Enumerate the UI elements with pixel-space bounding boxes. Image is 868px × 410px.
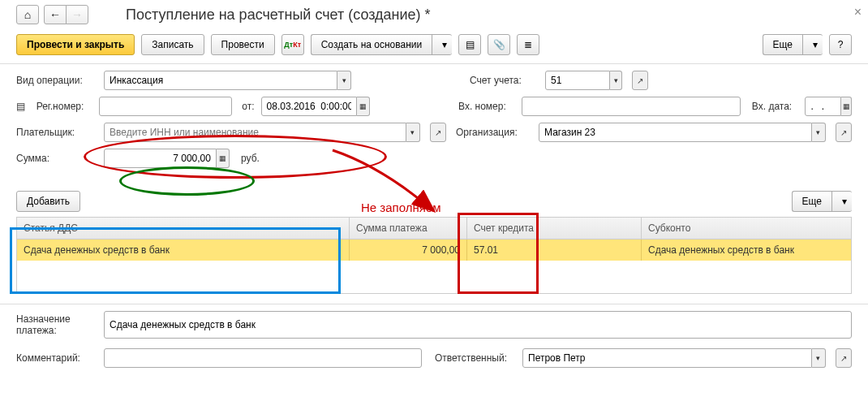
calculator-icon[interactable]: ▦ [217, 149, 230, 168]
responsible-input[interactable] [522, 348, 812, 368]
page-title: Поступление на расчетный счет (создание)… [126, 6, 431, 24]
account-input[interactable] [545, 71, 610, 90]
in-date-label: Вх. дата: [752, 101, 799, 112]
table-more-button[interactable]: Еще ▾ [792, 191, 852, 212]
reg-num-input[interactable] [99, 97, 232, 116]
chevron-down-icon[interactable]: ▾ [432, 34, 452, 55]
td-credit[interactable]: 57.01 [467, 240, 642, 261]
table-header: Статья ДДС Сумма платежа Счет кредита Су… [17, 218, 851, 240]
annotation-arrow [324, 142, 446, 219]
sum-label: Сумма: [16, 153, 97, 164]
post-and-close-button[interactable]: Провести и закрыть [16, 34, 135, 55]
create-based-button[interactable]: Создать на основании ▾ [311, 34, 453, 55]
in-date-input[interactable] [805, 97, 841, 116]
account-label: Счет учета: [470, 75, 539, 86]
more-button[interactable]: Еще ▾ [763, 34, 823, 55]
purpose-input[interactable] [104, 311, 852, 339]
reg-num-label: Рег.номер: [37, 101, 93, 112]
attach-doc-icon[interactable]: ▤ [458, 34, 481, 55]
comment-input[interactable] [104, 348, 422, 368]
calendar-icon[interactable]: ▦ [841, 97, 852, 116]
close-icon[interactable]: × [854, 5, 862, 19]
th-article[interactable]: Статья ДДС [17, 218, 350, 239]
in-num-label: Вх. номер: [458, 101, 515, 112]
chevron-down-icon[interactable]: ▾ [406, 123, 420, 142]
op-type-input[interactable] [104, 71, 337, 90]
doc-icon: ▤ [16, 101, 30, 112]
save-button[interactable]: Записать [141, 34, 204, 55]
th-credit[interactable]: Счет кредита [467, 218, 642, 239]
date-from-label: от: [242, 101, 254, 112]
open-icon[interactable]: ↗ [836, 123, 852, 142]
open-icon[interactable]: ↗ [430, 123, 446, 142]
chevron-down-icon[interactable]: ▾ [337, 71, 351, 90]
chevron-down-icon[interactable]: ▾ [812, 123, 826, 142]
add-button[interactable]: Добавить [16, 191, 80, 212]
in-num-input[interactable] [522, 97, 741, 116]
chevron-down-icon[interactable]: ▾ [812, 348, 826, 368]
td-article[interactable]: Сдача денежных средств в банк [17, 240, 350, 261]
calendar-icon[interactable]: ▦ [357, 97, 370, 116]
purpose-label: Назначение платежа: [16, 313, 97, 336]
home-button[interactable]: ⌂ [16, 5, 39, 24]
open-icon[interactable]: ↗ [836, 348, 852, 368]
op-type-label: Вид операции: [16, 75, 97, 86]
th-subkonto[interactable]: Субконто [642, 218, 851, 239]
open-icon[interactable]: ↗ [632, 71, 648, 90]
td-sum[interactable]: 7 000,00 [350, 240, 467, 261]
list-icon[interactable]: ≣ [517, 34, 539, 55]
payer-label: Плательщик: [16, 127, 97, 138]
payer-input[interactable] [104, 123, 406, 142]
th-sum[interactable]: Сумма платежа [350, 218, 467, 239]
clip-icon[interactable]: 📎 [488, 34, 510, 55]
forward-button[interactable]: → [66, 5, 88, 24]
org-label: Организация: [456, 127, 532, 138]
data-table: Статья ДДС Сумма платежа Счет кредита Су… [16, 217, 852, 294]
org-input[interactable] [539, 123, 812, 142]
sum-input[interactable] [104, 149, 217, 168]
chevron-down-icon[interactable]: ▾ [831, 191, 852, 212]
td-subkonto[interactable]: Сдача денежных средств в банк [642, 240, 851, 261]
back-button[interactable]: ← [44, 5, 67, 24]
chevron-down-icon[interactable]: ▾ [610, 71, 622, 90]
post-button[interactable]: Провести [211, 34, 275, 55]
table-row[interactable]: Сдача денежных средств в банк 7 000,00 5… [17, 240, 851, 261]
table-empty-row [17, 261, 851, 293]
comment-label: Комментарий: [16, 352, 97, 364]
chevron-down-icon[interactable]: ▾ [802, 34, 823, 55]
help-button[interactable]: ? [829, 34, 852, 55]
date-input[interactable] [261, 97, 358, 116]
sum-currency: руб. [241, 153, 260, 164]
responsible-label: Ответственный: [435, 352, 516, 364]
dt-kt-icon[interactable]: ДтКт [281, 34, 304, 55]
